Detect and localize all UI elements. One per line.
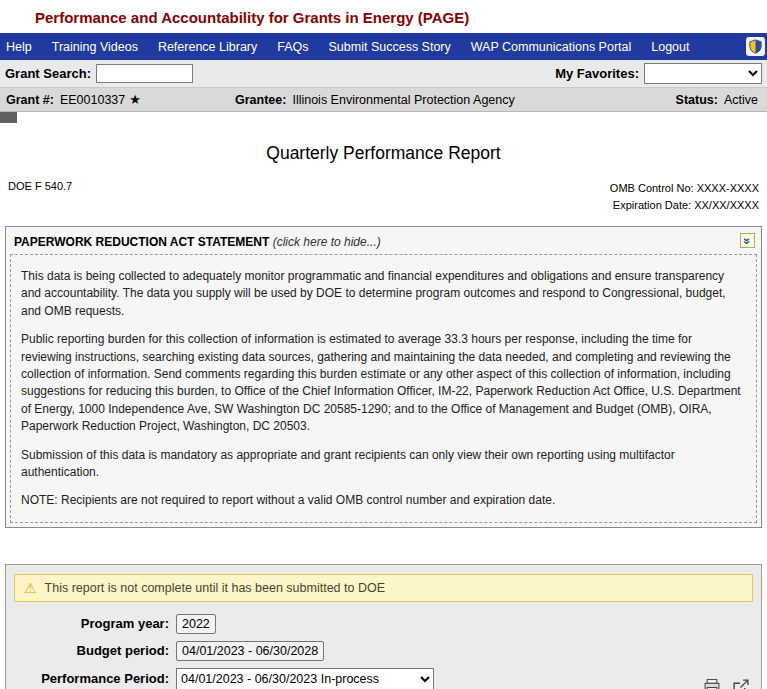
budget-period-row: Budget period: 04/01/2023 - 06/30/2028 bbox=[14, 641, 753, 661]
grantee-label: Grantee: bbox=[235, 93, 286, 107]
pra-heading: PAPERWORK REDUCTION ACT STATEMENT bbox=[14, 235, 269, 249]
report-form-panel: ⚠ This report is not complete until it h… bbox=[5, 564, 762, 689]
program-year-label: Program year: bbox=[14, 616, 176, 631]
grant-search-bar: Grant Search: My Favorites: bbox=[0, 60, 767, 88]
omb-control-number: OMB Control No: XXXX-XXXX bbox=[610, 182, 759, 194]
favorite-star-icon[interactable]: ★ bbox=[129, 92, 141, 107]
collapse-handle[interactable] bbox=[0, 112, 17, 123]
pra-paragraph: NOTE: Recipients are not required to rep… bbox=[21, 492, 746, 509]
my-favorites-label: My Favorites: bbox=[555, 66, 639, 81]
open-in-new-icon[interactable] bbox=[732, 678, 750, 689]
pra-panel: PAPERWORK REDUCTION ACT STATEMENT (click… bbox=[5, 226, 762, 528]
budget-period-value[interactable]: 04/01/2023 - 06/30/2028 bbox=[176, 641, 324, 661]
nav-item-training-videos[interactable]: Training Videos bbox=[42, 40, 148, 54]
expiration-date: Expiration Date: XX/XX/XXXX bbox=[613, 199, 759, 211]
grant-search-input[interactable] bbox=[96, 64, 193, 83]
grant-info-bar: Grant #:EE0010337★ Grantee:Illinois Envi… bbox=[0, 88, 767, 112]
grant-search-label: Grant Search: bbox=[5, 66, 91, 81]
nav-item-wap-communications-portal[interactable]: WAP Communications Portal bbox=[461, 40, 641, 54]
grant-number-label: Grant #: bbox=[6, 93, 54, 107]
pra-toggle-hint[interactable]: (click here to hide...) bbox=[273, 235, 381, 249]
panel-icons bbox=[703, 678, 750, 689]
pra-paragraph: This data is being collected to adequate… bbox=[21, 268, 746, 320]
form-number: DOE F 540.7 bbox=[8, 180, 72, 214]
performance-period-select[interactable]: 04/01/2023 - 06/30/2023 In-process bbox=[176, 668, 434, 689]
my-favorites-select[interactable] bbox=[644, 63, 762, 84]
app-title: Performance and Accountability for Grant… bbox=[0, 0, 767, 33]
warning-icon: ⚠ bbox=[24, 580, 37, 596]
report-form: Program year: 2022 Budget period: 04/01/… bbox=[14, 614, 753, 689]
nav-item-faqs[interactable]: FAQs bbox=[267, 40, 318, 54]
nav-item-submit-success-story[interactable]: Submit Success Story bbox=[319, 40, 461, 54]
program-year-value[interactable]: 2022 bbox=[176, 614, 216, 634]
printer-icon[interactable] bbox=[703, 678, 721, 689]
warning-text: This report is not complete until it has… bbox=[45, 581, 385, 595]
performance-period-row: Performance Period: 04/01/2023 - 06/30/2… bbox=[14, 668, 753, 689]
pra-paragraph: Public reporting burden for this collect… bbox=[21, 331, 746, 435]
collapse-chevron-icon[interactable]: » bbox=[740, 233, 755, 248]
report-title: Quarterly Performance Report bbox=[0, 143, 767, 164]
nav-bar: Help Training Videos Reference Library F… bbox=[0, 33, 767, 60]
pra-paragraph: Submission of this data is mandatory as … bbox=[21, 447, 746, 482]
report-meta: DOE F 540.7 OMB Control No: XXXX-XXXX Ex… bbox=[0, 180, 767, 214]
pra-header[interactable]: PAPERWORK REDUCTION ACT STATEMENT (click… bbox=[10, 231, 757, 254]
grant-number: EE0010337 bbox=[60, 93, 125, 107]
status-label: Status: bbox=[676, 93, 718, 107]
grantee-name: Illinois Environmental Protection Agency bbox=[292, 93, 514, 107]
shield-icon[interactable] bbox=[746, 37, 765, 56]
nav-item-logout[interactable]: Logout bbox=[641, 40, 699, 54]
warning-banner: ⚠ This report is not complete until it h… bbox=[14, 574, 753, 602]
nav-item-reference-library[interactable]: Reference Library bbox=[148, 40, 267, 54]
nav-item-help[interactable]: Help bbox=[0, 40, 42, 54]
budget-period-label: Budget period: bbox=[14, 643, 176, 658]
program-year-row: Program year: 2022 bbox=[14, 614, 753, 634]
pra-content: This data is being collected to adequate… bbox=[10, 254, 757, 523]
performance-period-label: Performance Period: bbox=[14, 671, 176, 686]
status-value: Active bbox=[724, 93, 758, 107]
